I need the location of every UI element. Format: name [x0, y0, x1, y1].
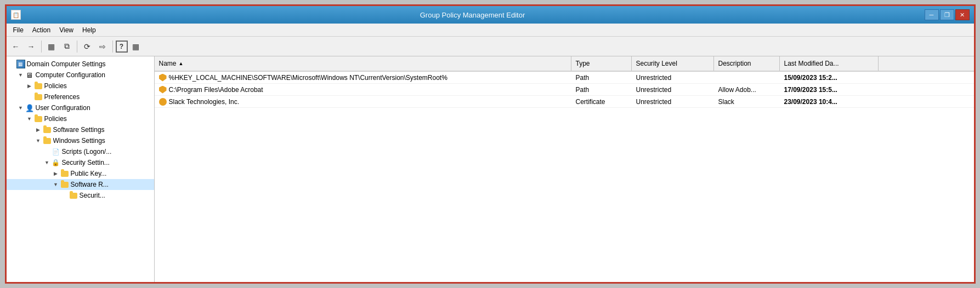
toolbar: ← → ▦ ⧉ ⟳ ⇨ ? ▦	[7, 37, 974, 56]
list-row[interactable]: Slack Technologies, Inc. Certificate Unr…	[155, 96, 974, 108]
properties-button[interactable]: ▦	[129, 39, 143, 54]
cell-security-1: Unrestricted	[632, 74, 714, 82]
windows-settings-icon	[43, 136, 52, 145]
show-hide-button[interactable]: ▦	[44, 39, 59, 54]
copy-button[interactable]: ⧉	[60, 39, 74, 54]
col-type-label: Type	[576, 60, 590, 67]
row1-name: %HKEY_LOCAL_MACHINE\SOFTWARE\Microsoft\W…	[169, 74, 447, 82]
col-security-label: Security Level	[636, 60, 677, 67]
sort-arrow-name: ▲	[179, 61, 184, 66]
list-header: Name ▲ Type Security Level Description L…	[155, 56, 974, 72]
tree-label-windows-settings: Windows Settings	[53, 137, 105, 145]
expander-scripts	[43, 147, 52, 156]
tree-item-domain[interactable]: ▦ Domain Computer Settings	[7, 59, 154, 70]
expander-software-settings: ▶	[34, 125, 43, 134]
tree-label-preferences: Preferences	[44, 93, 80, 101]
cell-type-1: Path	[571, 74, 632, 82]
tree-item-software-settings[interactable]: ▶ Software Settings	[7, 124, 154, 135]
list-body: %HKEY_LOCAL_MACHINE\SOFTWARE\Microsoft\W…	[155, 72, 974, 282]
menu-file[interactable]: File	[9, 25, 28, 35]
row2-name: C:\Program Files\Adobe Acrobat	[169, 86, 263, 94]
row3-name: Slack Technologies, Inc.	[169, 98, 240, 106]
tree-label-computer-config: Computer Configuration	[36, 71, 105, 79]
tree-item-public-key[interactable]: ▶ Public Key...	[7, 168, 154, 179]
menu-help[interactable]: Help	[78, 25, 100, 35]
col-name-label: Name	[159, 60, 177, 67]
col-desc-label: Description	[718, 60, 751, 67]
col-header-name[interactable]: Name ▲	[155, 56, 571, 71]
cell-security-3: Unrestricted	[632, 98, 714, 106]
expander-security-sub	[60, 191, 69, 200]
expander-public-key: ▶	[52, 169, 60, 178]
title-bar: 📋 Group Policy Management Editor ─ ❐ ✕	[7, 6, 974, 24]
help-button[interactable]: ?	[116, 41, 128, 53]
tree-label-software-settings: Software Settings	[53, 126, 105, 134]
tree-item-user-config[interactable]: ▼ 👤 User Configuration	[7, 102, 154, 113]
row3-icon	[159, 98, 167, 106]
window-title: Group Policy Management Editor	[21, 11, 925, 19]
security-sub-icon	[69, 191, 78, 200]
toolbar-separator-3	[112, 41, 113, 53]
export-button[interactable]: ⇨	[95, 39, 110, 54]
software-settings-icon	[43, 125, 52, 134]
tree-item-software-restriction[interactable]: ▼ Software R...	[7, 179, 154, 190]
cell-type-3: Certificate	[571, 98, 632, 106]
refresh-button[interactable]: ⟳	[80, 39, 94, 54]
window-controls: ─ ❐ ✕	[925, 9, 970, 20]
menu-view[interactable]: View	[55, 25, 78, 35]
toolbar-separator-2	[77, 41, 77, 53]
tree-item-preferences[interactable]: Preferences	[7, 91, 154, 102]
main-content: ▦ Domain Computer Settings ▼ 🖥 Computer …	[7, 56, 974, 282]
col-header-type[interactable]: Type	[571, 56, 632, 71]
title-bar-left: 📋	[11, 10, 21, 20]
tree-item-scripts[interactable]: 📄 Scripts (Logon/...	[7, 146, 154, 157]
tree-item-windows-settings[interactable]: ▼ Windows Settings	[7, 135, 154, 146]
cell-security-2: Unrestricted	[632, 86, 714, 94]
tree-item-security-settings[interactable]: ▼ 🔒 Security Settin...	[7, 157, 154, 168]
expander-user-config: ▼	[16, 103, 25, 112]
col-header-security[interactable]: Security Level	[632, 56, 714, 71]
cell-desc-3: Slack	[714, 98, 780, 106]
cell-modified-1: 15/09/2023 15:2...	[780, 74, 879, 82]
cell-type-2: Path	[571, 86, 632, 94]
tree-item-user-policies[interactable]: ▼ Policies	[7, 113, 154, 124]
cell-name-3: Slack Technologies, Inc.	[155, 98, 571, 106]
toolbar-separator-1	[41, 41, 42, 53]
expander-preferences	[25, 93, 34, 101]
tree-label-domain: Domain Computer Settings	[27, 60, 106, 68]
close-button[interactable]: ✕	[955, 9, 970, 20]
back-button[interactable]: ←	[9, 39, 23, 54]
col-header-modified[interactable]: Last Modified Da...	[780, 56, 879, 71]
policies-icon	[34, 82, 43, 90]
menu-action[interactable]: Action	[28, 25, 55, 35]
tree-item-policies[interactable]: ▶ Policies	[7, 80, 154, 91]
app-icon-glyph: 📋	[13, 12, 19, 18]
minimize-button[interactable]: ─	[925, 9, 939, 20]
col-modified-label: Last Modified Da...	[784, 60, 839, 67]
col-header-description[interactable]: Description	[714, 56, 780, 71]
expander-domain	[8, 60, 16, 68]
preferences-icon	[34, 93, 43, 101]
tree-label-security-sub: Securit...	[80, 192, 105, 199]
expander-software-restriction: ▼	[52, 180, 60, 189]
expander-windows-settings: ▼	[34, 136, 43, 145]
list-row[interactable]: C:\Program Files\Adobe Acrobat Path Unre…	[155, 84, 974, 96]
tree-label-user-policies: Policies	[44, 115, 67, 123]
cell-name-2: C:\Program Files\Adobe Acrobat	[155, 86, 571, 94]
tree-label-user-config: User Configuration	[36, 104, 90, 112]
cell-modified-2: 17/09/2023 15:5...	[780, 86, 879, 94]
menu-bar: File Action View Help	[7, 24, 974, 37]
forward-button[interactable]: →	[24, 39, 38, 54]
cell-desc-2: Allow Adob...	[714, 86, 780, 94]
right-panel: Name ▲ Type Security Level Description L…	[155, 56, 974, 282]
tree-item-computer-config[interactable]: ▼ 🖥 Computer Configuration	[7, 70, 154, 80]
list-row[interactable]: %HKEY_LOCAL_MACHINE\SOFTWARE\Microsoft\W…	[155, 72, 974, 84]
app-icon: 📋	[11, 10, 21, 20]
expander-policies: ▶	[25, 82, 34, 90]
tree-item-security-sub[interactable]: Securit...	[7, 190, 154, 201]
user-policies-icon	[34, 114, 43, 123]
row1-icon	[159, 74, 167, 82]
expander-computer-config: ▼	[16, 71, 25, 79]
restore-button[interactable]: ❐	[940, 9, 954, 20]
expander-user-policies: ▼	[25, 114, 34, 123]
